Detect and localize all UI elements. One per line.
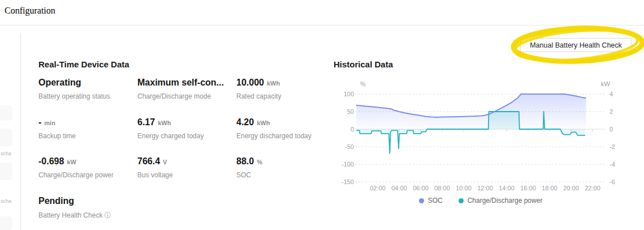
svg-text:%: % [360, 80, 366, 87]
metric-charge-discharge-power: -0.698kW Charge/Discharge power [38, 156, 137, 195]
svg-text:100: 100 [344, 91, 354, 97]
pending-label-text: Battery Health Check [38, 211, 102, 219]
pending-battery-health-check-label: Battery Health Checkⓘ [38, 211, 111, 220]
svg-text:18:00: 18:00 [542, 185, 557, 191]
svg-text:2: 2 [610, 108, 613, 115]
background-list-item-label: scha [1, 198, 11, 204]
metric-value: Maximum self-con... [137, 78, 224, 87]
metric-value: Operating [38, 78, 81, 87]
metric-label: Backup time [38, 132, 137, 140]
background-list-item [0, 216, 12, 230]
svg-text:08:00: 08:00 [434, 185, 450, 191]
metric-unit: min [44, 120, 55, 126]
metric-unit: % [257, 159, 262, 165]
metric-label: Energy charged today [137, 132, 236, 140]
legend-label: Charge/Discharge power [468, 197, 543, 205]
metric-label: Energy discharged today [236, 132, 344, 140]
historical-section-title: Historical Data [334, 59, 393, 69]
metric-value: -0.698 [38, 156, 64, 166]
svg-text:14:00: 14:00 [499, 185, 515, 191]
metric-label: Rated capacity [236, 92, 344, 100]
metric-value: 10.000 [236, 78, 264, 87]
svg-text:10:00: 10:00 [456, 185, 472, 191]
metric-label: Charge/Discharge mode [137, 92, 236, 100]
left-panel-divider [20, 33, 21, 230]
manual-battery-health-check-button[interactable]: Manual Battery Health Check [520, 38, 632, 52]
metric-rated-capacity: 10.000kWh Rated capacity [236, 77, 344, 117]
svg-text:16:00: 16:00 [520, 185, 536, 191]
page-title: Configuration [5, 6, 55, 16]
metric-value: 88.0 [236, 156, 254, 166]
svg-text:04:00: 04:00 [391, 185, 407, 191]
metric-energy-discharged-today: 4.20kWh Energy discharged today [236, 117, 344, 156]
legend-label: SOC [428, 197, 443, 205]
header-divider [0, 25, 644, 25]
background-list-item [0, 105, 12, 121]
svg-text:12:00: 12:00 [477, 185, 493, 191]
metric-battery-operating-status: Operating Battery operating status [38, 77, 137, 117]
svg-text:50: 50 [347, 108, 354, 115]
metric-backup-time: -min Backup time [38, 117, 137, 156]
svg-text:0: 0 [351, 126, 354, 133]
realtime-metrics-grid: Operating Battery operating status Maxim… [38, 77, 344, 195]
svg-text:06:00: 06:00 [413, 185, 429, 191]
charge-discharge-legend-dot-icon [459, 198, 464, 203]
configuration-page: Configuration scha scha Real-Time Device… [0, 0, 644, 230]
svg-text:kW: kW [601, 80, 611, 87]
svg-text:-2: -2 [610, 143, 615, 150]
metric-value: - [38, 117, 41, 127]
svg-text:-50: -50 [345, 143, 354, 150]
svg-text:4: 4 [610, 91, 613, 97]
realtime-section-title: Real-Time Device Data [38, 59, 129, 69]
historical-chart-svg: 100500-50-100-150420-2-4-6%kW02:0004:000… [331, 76, 644, 210]
svg-text:22:00: 22:00 [585, 185, 600, 191]
svg-text:02:00: 02:00 [370, 185, 386, 191]
metric-unit: kW [67, 159, 76, 165]
metric-unit: kWh [267, 80, 280, 87]
chart-areas [356, 94, 586, 154]
metric-charge-discharge-mode: Maximum self-con... Charge/Discharge mod… [137, 77, 236, 117]
legend-item-soc[interactable]: SOC [419, 197, 443, 205]
metric-energy-charged-today: 6.17kWh Energy charged today [137, 117, 236, 156]
info-icon[interactable]: ⓘ [104, 211, 111, 219]
metric-unit: V [163, 159, 167, 165]
metric-bus-voltage: 766.4V Bus voltage [137, 156, 236, 195]
metric-label: Charge/Discharge power [38, 171, 137, 179]
pending-section-title: Pending [38, 196, 74, 206]
svg-text:20:00: 20:00 [563, 185, 579, 191]
metric-label: Bus voltage [137, 171, 236, 179]
svg-text:-6: -6 [610, 178, 615, 185]
metric-value: 4.20 [236, 117, 254, 127]
chart-legend: SOC Charge/Discharge power [356, 197, 605, 205]
metric-value: 6.17 [137, 117, 155, 127]
background-list-item [0, 163, 12, 180]
metric-value: 766.4 [137, 156, 160, 166]
svg-text:-4: -4 [610, 161, 615, 168]
metric-soc: 88.0% SOC [236, 156, 344, 195]
svg-text:0: 0 [610, 126, 613, 133]
metric-label: Battery operating status [38, 92, 137, 100]
background-list-item-label: scha [1, 151, 11, 156]
svg-text:-100: -100 [342, 161, 354, 168]
legend-item-charge-discharge-power[interactable]: Charge/Discharge power [459, 197, 543, 205]
svg-text:-150: -150 [342, 178, 354, 185]
background-list-item [0, 129, 12, 146]
soc-legend-dot-icon [419, 198, 424, 203]
metric-unit: kWh [257, 120, 270, 126]
metric-label: SOC [236, 171, 344, 179]
metric-unit: kWh [158, 120, 171, 126]
